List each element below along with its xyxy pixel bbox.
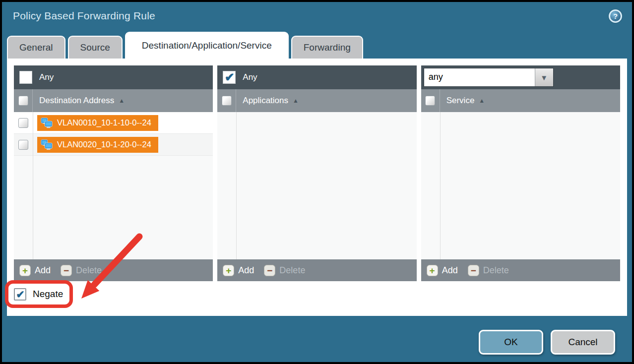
add-button-label: Add	[35, 265, 51, 276]
tab-bar: General Source Destination/Application/S…	[2, 30, 632, 59]
negate-annotation-box: ✔ Negate	[5, 280, 73, 308]
list-divider	[440, 112, 441, 259]
help-icon[interactable]: ?	[609, 9, 622, 23]
delete-icon: −	[61, 265, 72, 276]
service-column-header: Service ▲	[421, 89, 620, 112]
applications-column-header: Applications ▲	[217, 89, 416, 112]
negate-label: Negate	[33, 289, 63, 300]
service-select-all-checkbox[interactable]	[425, 96, 435, 106]
applications-list	[217, 112, 416, 259]
delete-button-label: Delete	[483, 265, 509, 276]
chevron-down-icon[interactable]: ▼	[535, 68, 553, 86]
ok-button[interactable]: OK	[479, 330, 543, 355]
applications-any-checkbox[interactable]: ✔	[223, 71, 236, 84]
tab-content: Any Destination Address ▲	[7, 59, 627, 316]
applications-add-button[interactable]: + Add	[223, 265, 254, 276]
tab-source[interactable]: Source	[68, 36, 123, 59]
service-add-button[interactable]: + Add	[427, 265, 458, 276]
negate-row: ✔ Negate	[14, 281, 620, 316]
address-object-chip[interactable]: VLAN0020_10-1-20-0--24	[37, 137, 158, 153]
applications-delete-button[interactable]: − Delete	[264, 265, 305, 276]
service-list	[421, 112, 620, 259]
delete-button-label: Delete	[279, 265, 305, 276]
dialog-title: Policy Based Forwarding Rule	[13, 10, 609, 22]
network-address-icon	[41, 139, 53, 150]
delete-icon: −	[264, 265, 275, 276]
destination-any-label: Any	[39, 72, 54, 82]
destination-panel: Any Destination Address ▲	[14, 65, 213, 281]
dialog-titlebar: Policy Based Forwarding Rule ?	[2, 2, 632, 30]
row-checkbox[interactable]	[18, 118, 28, 128]
row-checkbox[interactable]	[18, 140, 28, 150]
service-panel: any ▼ Service ▲ + Add	[421, 65, 620, 281]
destination-select-all-checkbox[interactable]	[18, 96, 28, 106]
service-dropdown-value: any	[424, 68, 535, 86]
applications-header-label[interactable]: Applications	[243, 96, 288, 106]
destination-list: VLAN0010_10-1-10-0--24	[14, 112, 213, 259]
service-select-all-cell	[421, 89, 440, 112]
destination-delete-button[interactable]: − Delete	[61, 265, 102, 276]
destination-any-bar: Any	[14, 65, 213, 89]
add-icon: +	[19, 265, 31, 276]
network-address-icon	[41, 118, 53, 128]
table-row[interactable]: VLAN0010_10-1-10-0--24	[14, 112, 213, 134]
applications-any-label: Any	[243, 72, 257, 82]
applications-any-bar: ✔ Any	[217, 65, 416, 89]
destination-header-label[interactable]: Destination Address	[39, 96, 114, 106]
service-toolbar: + Add − Delete	[421, 259, 620, 281]
sort-asc-icon[interactable]: ▲	[119, 97, 125, 104]
applications-select-all-cell	[217, 89, 236, 112]
destination-any-checkbox[interactable]	[19, 71, 32, 84]
add-icon: +	[427, 265, 438, 276]
cancel-button[interactable]: Cancel	[551, 330, 615, 355]
sort-asc-icon[interactable]: ▲	[293, 97, 299, 104]
address-object-chip[interactable]: VLAN0010_10-1-10-0--24	[37, 115, 158, 131]
delete-button-label: Delete	[76, 265, 102, 276]
delete-icon: −	[468, 265, 479, 276]
table-row[interactable]: VLAN0020_10-1-20-0--24	[14, 134, 213, 156]
tab-general[interactable]: General	[7, 36, 65, 59]
negate-checkbox[interactable]: ✔	[14, 288, 26, 301]
service-dropdown-bar: any ▼	[421, 65, 620, 89]
address-object-label: VLAN0010_10-1-10-0--24	[57, 118, 151, 127]
tab-forwarding[interactable]: Forwarding	[291, 36, 363, 59]
panels-container: Any Destination Address ▲	[14, 65, 620, 281]
destination-select-all-cell	[14, 89, 33, 112]
pbf-rule-dialog: Policy Based Forwarding Rule ? General S…	[0, 0, 634, 364]
service-delete-button[interactable]: − Delete	[468, 265, 509, 276]
destination-add-button[interactable]: + Add	[19, 265, 51, 276]
applications-toolbar: + Add − Delete	[217, 259, 416, 281]
sort-asc-icon[interactable]: ▲	[479, 97, 485, 104]
tab-destination-application-service[interactable]: Destination/Application/Service	[125, 32, 289, 59]
destination-toolbar: + Add − Delete	[14, 259, 213, 281]
destination-column-header: Destination Address ▲	[14, 89, 213, 112]
dialog-footer: OK Cancel	[2, 316, 632, 362]
service-header-label[interactable]: Service	[446, 96, 475, 106]
applications-panel: ✔ Any Applications ▲ + Add	[217, 65, 416, 281]
add-button-label: Add	[442, 265, 458, 276]
add-button-label: Add	[238, 265, 254, 276]
list-divider	[33, 112, 33, 259]
address-object-label: VLAN0020_10-1-20-0--24	[57, 140, 151, 149]
list-divider	[236, 112, 237, 259]
add-icon: +	[223, 265, 234, 276]
applications-select-all-checkbox[interactable]	[222, 96, 232, 106]
service-dropdown[interactable]: any ▼	[424, 68, 554, 87]
